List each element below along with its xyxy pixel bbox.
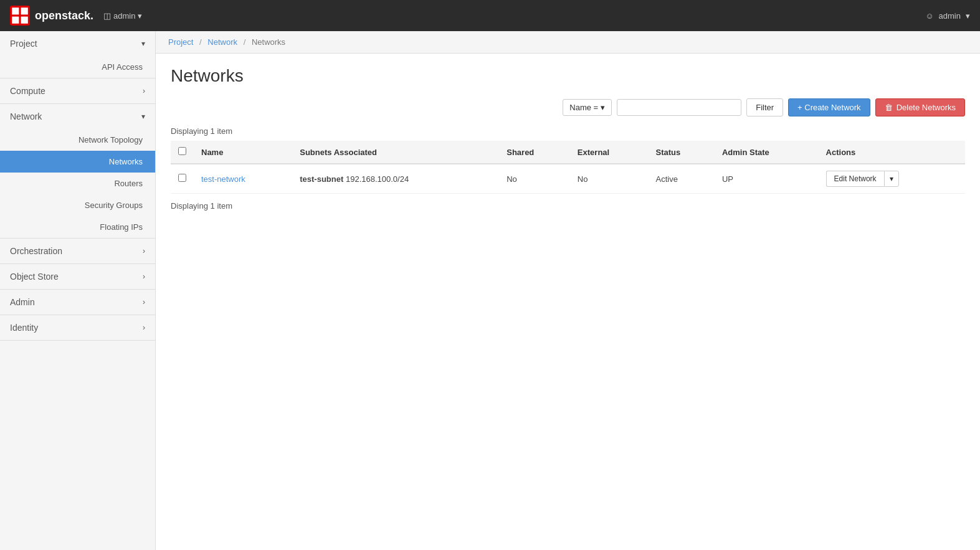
filter-dropdown[interactable]: Name = ▾ (563, 99, 612, 116)
delete-networks-button[interactable]: 🗑 Delete Networks (875, 98, 965, 116)
navbar-brand: openstack. (10, 6, 93, 26)
brand-label: openstack. (35, 9, 93, 22)
user-chevron-icon: ▾ (966, 11, 970, 21)
table-header-row: Name Subnets Associated Shared External … (171, 141, 965, 164)
sidebar-header-admin[interactable]: Admin › (0, 290, 155, 315)
navbar: openstack. ◫ admin ▾ ☺ admin ▾ (0, 0, 980, 31)
compute-chevron-icon: › (143, 87, 145, 95)
table-header: Name Subnets Associated Shared External … (171, 141, 965, 164)
sidebar-section-compute: Compute › (0, 78, 155, 104)
filter-input[interactable] (617, 99, 741, 116)
table-header-subnets: Subnets Associated (292, 141, 499, 164)
orchestration-chevron-icon: › (143, 247, 145, 255)
sidebar-header-compute[interactable]: Compute › (0, 78, 155, 103)
project-chevron-icon: ▾ (141, 39, 145, 48)
network-link[interactable]: test-network (201, 174, 245, 184)
openstack-logo (10, 6, 30, 26)
sidebar-item-security-groups[interactable]: Security Groups (0, 194, 155, 216)
row-name: test-network (194, 164, 292, 194)
networks-table: Name Subnets Associated Shared External … (171, 141, 965, 194)
sidebar-section-admin: Admin › (0, 290, 155, 315)
row-actions: Edit Network ▾ (819, 164, 965, 194)
user-label: admin (939, 11, 961, 21)
object-store-chevron-icon: › (143, 272, 145, 281)
displaying-count-bottom: Displaying 1 item (171, 201, 965, 211)
page-title: Networks (171, 66, 965, 86)
floating-ips-label: Floating IPs (100, 222, 143, 232)
routers-label: Routers (114, 179, 143, 188)
main-content: Project / Network / Networks Networks Na… (156, 31, 980, 550)
admin-chevron-icon: › (143, 298, 145, 306)
sidebar-item-routers[interactable]: Routers (0, 173, 155, 194)
subnet-name: test-subnet (300, 174, 343, 184)
sidebar-header-network[interactable]: Network ▾ (0, 104, 155, 129)
breadcrumb-networks: Networks (252, 37, 285, 47)
subnet-cidr: 192.168.100.0/24 (346, 174, 409, 184)
svg-rect-1 (12, 7, 19, 14)
toolbar: Name = ▾ Filter + Create Network 🗑 Delet… (171, 98, 965, 116)
security-groups-label: Security Groups (85, 201, 143, 210)
sidebar-header-orchestration[interactable]: Orchestration › (0, 239, 155, 263)
displaying-count-top: Displaying 1 item (171, 126, 965, 136)
table-row: test-network test-subnet 192.168.100.0/2… (171, 164, 965, 194)
breadcrumb-project[interactable]: Project (168, 37, 193, 47)
table-header-name: Name (194, 141, 292, 164)
filter-label: Name = (569, 103, 598, 112)
sidebar-orchestration-label: Orchestration (10, 246, 62, 256)
sidebar-header-identity[interactable]: Identity › (0, 315, 155, 340)
create-network-button[interactable]: + Create Network (788, 98, 870, 116)
sidebar: Project ▾ API Access Compute › Network ▾… (0, 31, 156, 550)
sidebar-item-networks[interactable]: Networks (0, 151, 155, 173)
row-status: Active (649, 164, 715, 194)
sidebar-header-object-store[interactable]: Object Store › (0, 264, 155, 289)
identity-chevron-icon: › (143, 323, 145, 332)
sidebar-project-label: Project (10, 39, 37, 49)
row-checkbox[interactable] (178, 174, 186, 182)
content-area: Networks Name = ▾ Filter + Create Networ… (156, 54, 980, 228)
sidebar-section-network: Network ▾ Network Topology Networks Rout… (0, 104, 155, 239)
row-external: No (570, 164, 649, 194)
filter-button[interactable]: Filter (746, 98, 783, 116)
breadcrumb-network[interactable]: Network (207, 37, 237, 47)
sidebar-section-identity: Identity › (0, 315, 155, 341)
networks-label: Networks (109, 157, 143, 166)
table-header-status: Status (649, 141, 715, 164)
project-menu[interactable]: ◫ admin ▾ (103, 11, 142, 21)
action-group: Edit Network ▾ (826, 171, 958, 187)
project-label: admin (113, 11, 135, 21)
server-icon: ◫ (103, 11, 111, 21)
svg-rect-4 (21, 17, 28, 24)
project-chevron-icon: ▾ (138, 11, 142, 21)
svg-rect-3 (12, 17, 19, 24)
sidebar-item-floating-ips[interactable]: Floating IPs (0, 216, 155, 238)
table-header-actions: Actions (819, 141, 965, 164)
delete-networks-label: Delete Networks (897, 103, 956, 112)
sidebar-identity-label: Identity (10, 323, 38, 333)
sidebar-item-network-topology[interactable]: Network Topology (0, 129, 155, 151)
layout: Project ▾ API Access Compute › Network ▾… (0, 31, 980, 550)
row-shared: No (499, 164, 570, 194)
sidebar-compute-label: Compute (10, 86, 45, 96)
sidebar-network-label: Network (10, 111, 42, 121)
table-body: test-network test-subnet 192.168.100.0/2… (171, 164, 965, 194)
filter-dropdown-chevron-icon: ▾ (601, 103, 605, 112)
breadcrumb-sep-1: / (199, 37, 202, 47)
sidebar-header-project[interactable]: Project ▾ (0, 31, 155, 56)
sidebar-section-object-store: Object Store › (0, 264, 155, 290)
breadcrumb-sep-2: / (244, 37, 246, 47)
row-admin-state: UP (715, 164, 819, 194)
breadcrumb: Project / Network / Networks (156, 31, 980, 54)
sidebar-item-api-access[interactable]: API Access (0, 56, 155, 78)
action-dropdown-button[interactable]: ▾ (884, 171, 899, 187)
user-menu[interactable]: ☺ admin ▾ (925, 11, 970, 21)
table-header-admin-state: Admin State (715, 141, 819, 164)
table-header-external: External (570, 141, 649, 164)
user-icon: ☺ (925, 11, 933, 21)
row-subnets: test-subnet 192.168.100.0/24 (292, 164, 499, 194)
row-check (171, 164, 194, 194)
edit-network-button[interactable]: Edit Network (826, 171, 884, 187)
select-all-checkbox[interactable] (178, 147, 186, 155)
sidebar-section-orchestration: Orchestration › (0, 239, 155, 264)
svg-rect-2 (21, 7, 28, 14)
network-chevron-icon: ▾ (141, 112, 145, 121)
